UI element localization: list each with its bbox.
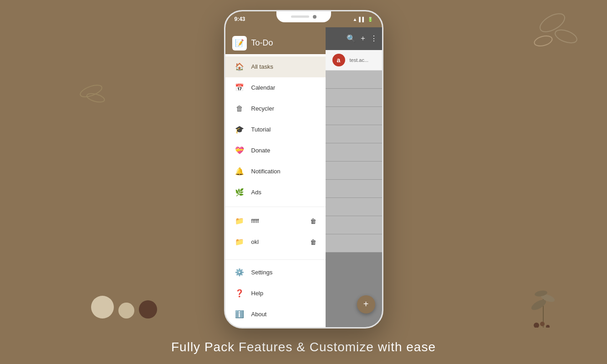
all-tasks-label: All tasks: [251, 63, 273, 70]
list-item-okl-left: 📁 okl: [235, 237, 259, 247]
drawer-header: 📝 To-Do: [225, 27, 326, 52]
task-row-7: [326, 180, 382, 198]
ads-label: Ads: [251, 189, 261, 196]
drawer-bottom-menu: ⚙️ Settings ❓ Help ℹ️ About: [225, 259, 326, 327]
app-title: To-Do: [251, 38, 273, 48]
svg-point-8: [534, 290, 548, 298]
account-bar: a test.ac...: [326, 50, 382, 71]
signal-icon: ▌▌: [359, 17, 365, 22]
camera: [313, 15, 316, 19]
menu-item-notification[interactable]: 🔔 Notification: [225, 161, 326, 182]
list-item-fffff-left: 📁 fffff: [235, 216, 259, 226]
menu-item-settings[interactable]: ⚙️ Settings: [225, 262, 326, 283]
calendar-label: Calendar: [251, 84, 275, 91]
recycler-label: Recycler: [251, 105, 275, 112]
fffff-label: fffff: [251, 217, 259, 224]
circle-3: [139, 300, 157, 318]
task-row-1: [326, 71, 382, 89]
svg-point-11: [546, 325, 550, 328]
delete-icon-fffff[interactable]: 🗑: [310, 217, 316, 225]
menu-divider-1: [225, 207, 326, 207]
status-icons: ▲ ▌▌ 🔋: [352, 17, 372, 22]
task-row-9: [326, 216, 382, 234]
tagline: Fully Pack Features & Customize with eas…: [171, 340, 436, 354]
svg-point-4: [86, 92, 106, 104]
svg-point-9: [534, 323, 539, 328]
phone-notch: [276, 11, 331, 22]
notification-label: Notification: [251, 168, 281, 175]
account-text: test.ac...: [350, 57, 369, 63]
list-item-fffff[interactable]: 📁 fffff 🗑: [225, 211, 326, 232]
task-row-2: [326, 89, 382, 107]
settings-label: Settings: [251, 269, 273, 276]
about-label: About: [251, 311, 267, 318]
phone-screen: 📝 To-Do 🏠 All tasks 📅 Calendar: [225, 27, 382, 327]
menu-item-recycler[interactable]: 🗑 Recycler: [225, 98, 326, 119]
donate-label: Donate: [251, 147, 270, 154]
folder-icon-1: 📁: [235, 216, 245, 226]
decor-leaves-top-right: [507, 5, 580, 64]
donate-icon: 💝: [235, 146, 245, 156]
help-icon: ❓: [235, 288, 245, 298]
app-logo: 📝: [232, 36, 247, 51]
drawer-menu: 🏠 All tasks 📅 Calendar 🗑 Recycler: [225, 54, 326, 259]
home-icon: 🏠: [235, 62, 245, 72]
ads-icon: 🌿: [235, 187, 245, 197]
status-time: 9:43: [235, 16, 245, 22]
phone-frame: 9:43 ▲ ▌▌ 🔋 📝 To-Do: [224, 10, 383, 329]
svg-point-7: [540, 293, 556, 303]
fab-add-button[interactable]: +: [357, 295, 375, 313]
svg-point-3: [79, 83, 103, 99]
task-row-5: [326, 143, 382, 162]
menu-item-about[interactable]: ℹ️ About: [225, 304, 326, 325]
trash-icon: 🗑: [235, 104, 245, 114]
battery-icon: 🔋: [367, 17, 373, 22]
help-label: Help: [251, 290, 264, 297]
svg-point-6: [530, 298, 547, 312]
svg-point-0: [537, 10, 568, 35]
okl-label: okl: [251, 238, 259, 245]
menu-item-donate[interactable]: 💝 Donate: [225, 140, 326, 161]
menu-item-all-tasks[interactable]: 🏠 All tasks: [225, 56, 326, 77]
menu-item-tutorial[interactable]: 🎓 Tutorial: [225, 119, 326, 140]
svg-point-2: [533, 34, 553, 48]
svg-point-10: [540, 322, 545, 326]
account-avatar: a: [332, 54, 345, 66]
task-row-8: [326, 198, 382, 216]
tutorial-label: Tutorial: [251, 126, 271, 133]
calendar-icon: 📅: [235, 83, 245, 93]
wifi-icon: ▲: [352, 17, 357, 22]
graduation-icon: 🎓: [235, 125, 245, 135]
task-row-6: [326, 162, 382, 180]
list-item-okl[interactable]: 📁 okl 🗑: [225, 232, 326, 253]
bell-icon: 🔔: [235, 167, 245, 177]
task-list: [326, 71, 382, 253]
decor-circles: [91, 296, 157, 318]
circle-1: [91, 296, 114, 318]
delete-icon-okl[interactable]: 🗑: [310, 238, 316, 246]
search-icon[interactable]: 🔍: [347, 34, 356, 43]
power-button: [382, 93, 383, 116]
decor-leaves-left: [68, 73, 114, 109]
phone-mockup: 9:43 ▲ ▌▌ 🔋 📝 To-Do: [224, 10, 383, 329]
settings-icon: ⚙️: [235, 268, 245, 278]
main-toolbar: 🔍 ＋ ⋮: [326, 27, 382, 50]
task-row-3: [326, 107, 382, 125]
menu-item-ads[interactable]: 🌿 Ads: [225, 182, 326, 203]
speaker: [291, 15, 309, 18]
info-icon: ℹ️: [235, 309, 245, 319]
menu-item-help[interactable]: ❓ Help: [225, 283, 326, 304]
navigation-drawer: 📝 To-Do 🏠 All tasks 📅 Calendar: [225, 27, 326, 327]
fab-plus-icon: +: [363, 299, 369, 309]
task-row-10: [326, 234, 382, 253]
add-icon[interactable]: ＋: [359, 34, 367, 43]
circle-2: [118, 303, 134, 318]
more-icon[interactable]: ⋮: [370, 34, 377, 43]
svg-point-1: [553, 27, 578, 46]
folder-icon-2: 📁: [235, 237, 245, 247]
menu-item-calendar[interactable]: 📅 Calendar: [225, 77, 326, 98]
task-row-4: [326, 125, 382, 143]
decor-plant: [525, 273, 561, 328]
main-content: 🔍 ＋ ⋮ a test.ac...: [326, 27, 382, 327]
